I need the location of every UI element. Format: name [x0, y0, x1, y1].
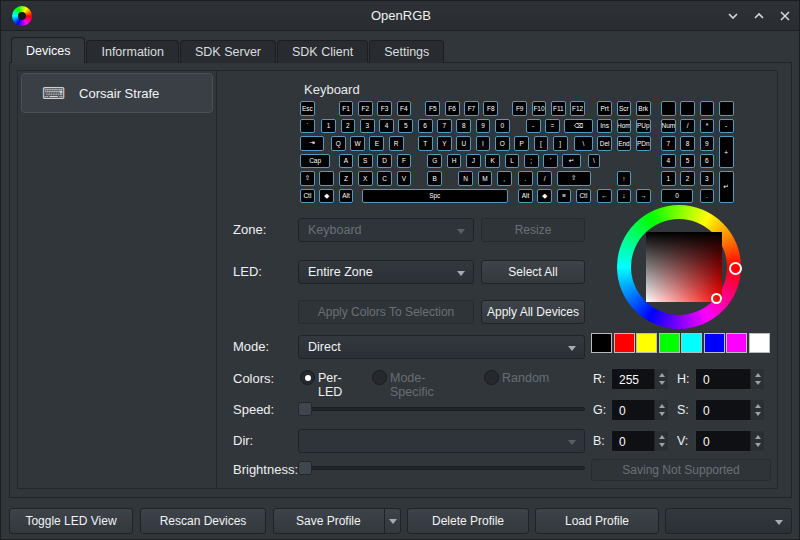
key-3[interactable]: 3 — [700, 171, 715, 186]
brightness-slider-handle[interactable] — [298, 461, 312, 475]
key-PUp[interactable]: PUp — [636, 119, 651, 134]
key-9[interactable]: 9 — [700, 136, 715, 151]
key-/[interactable]: / — [537, 171, 552, 186]
spinner-arrows[interactable] — [750, 400, 764, 420]
b-spinbox[interactable]: 0 — [611, 430, 669, 452]
delete-profile-button[interactable]: Delete Profile — [407, 508, 529, 534]
key-K[interactable]: K — [485, 154, 500, 169]
maximize-button[interactable] — [751, 8, 767, 24]
key-][interactable]: ] — [553, 136, 568, 151]
key-+[interactable]: + — [719, 136, 734, 168]
speed-slider-groove[interactable] — [298, 407, 585, 411]
key-Ins[interactable]: Ins — [597, 119, 612, 134]
key-1[interactable]: 1 — [321, 119, 336, 134]
color-swatch-ffff00[interactable] — [636, 333, 657, 353]
key-N[interactable]: N — [458, 171, 473, 186]
key-H[interactable]: H — [447, 154, 462, 169]
rescan-devices-button[interactable]: Rescan Devices — [140, 508, 266, 534]
save-profile-button[interactable]: Save Profile — [273, 508, 401, 534]
key-◆[interactable]: ◆ — [319, 189, 334, 204]
key-P[interactable]: P — [514, 136, 529, 151]
key-5[interactable]: 5 — [398, 119, 413, 134]
resize-button[interactable]: Resize — [481, 218, 585, 242]
spin-down-icon[interactable] — [659, 412, 665, 416]
key-2[interactable]: 2 — [341, 119, 356, 134]
tab-sdk-client[interactable]: SDK Client — [277, 40, 368, 63]
tab-sdk-server[interactable]: SDK Server — [180, 40, 276, 63]
key-O[interactable]: O — [495, 136, 510, 151]
toggle-led-view-button[interactable]: Toggle LED View — [9, 508, 133, 534]
key-⇧[interactable]: ⇧ — [557, 171, 591, 186]
key-X[interactable]: X — [358, 171, 373, 186]
key-⇧[interactable]: ⇧ — [300, 171, 315, 186]
saturation-value-square[interactable] — [646, 232, 722, 302]
key-\[interactable]: \ — [588, 154, 601, 169]
key-Scr[interactable]: Scr — [617, 101, 632, 116]
color-swatch-000000[interactable] — [591, 333, 612, 353]
key-R[interactable]: R — [389, 136, 404, 151]
spin-down-icon[interactable] — [755, 381, 761, 385]
apply-all-devices-button[interactable]: Apply All Devices — [481, 300, 585, 324]
key-I[interactable]: I — [476, 136, 491, 151]
spin-up-icon[interactable] — [659, 435, 665, 439]
key-↑[interactable]: ↑ — [617, 171, 632, 186]
device-item-corsair-strafe[interactable]: ⌨ Corsair Strafe — [21, 73, 213, 113]
key-T[interactable]: T — [418, 136, 433, 151]
zone-select[interactable]: Keyboard — [298, 218, 474, 242]
color-swatch-00ffff[interactable] — [681, 333, 702, 353]
tab-devices[interactable]: Devices — [11, 37, 85, 63]
spinner-arrows[interactable] — [750, 369, 764, 389]
close-button[interactable] — [777, 8, 793, 24]
key-;[interactable]: ; — [524, 154, 539, 169]
key-F[interactable]: F — [397, 154, 412, 169]
key-J[interactable]: J — [466, 154, 481, 169]
key-/[interactable]: / — [680, 119, 695, 134]
brightness-slider-groove[interactable] — [298, 466, 585, 470]
h-spinbox[interactable]: 0 — [695, 368, 765, 390]
key-F8[interactable]: F8 — [483, 101, 498, 116]
key-Spc[interactable]: Spc — [362, 189, 508, 204]
hue-selector[interactable] — [729, 262, 742, 275]
color-swatch-ffffff[interactable] — [749, 333, 770, 353]
key-↵[interactable]: ↵ — [719, 171, 734, 203]
key-V[interactable]: V — [397, 171, 412, 186]
key-L[interactable]: L — [505, 154, 520, 169]
key-blank[interactable] — [319, 171, 334, 186]
key-⌫[interactable]: ⌫ — [564, 119, 592, 134]
key-F5[interactable]: F5 — [425, 101, 440, 116]
key-Prt[interactable]: Prt — [597, 101, 612, 116]
spin-up-icon[interactable] — [755, 435, 761, 439]
key-`[interactable]: ` — [300, 119, 315, 134]
load-profile-button[interactable]: Load Profile — [535, 508, 659, 534]
spin-down-icon[interactable] — [755, 443, 761, 447]
brightness-slider[interactable] — [298, 460, 585, 476]
key-.[interactable]: . — [518, 171, 533, 186]
key-A[interactable]: A — [339, 154, 354, 169]
spin-down-icon[interactable] — [659, 443, 665, 447]
color-swatch-ff0000[interactable] — [614, 333, 635, 353]
select-all-button[interactable]: Select All — [481, 260, 585, 284]
key-*[interactable]: * — [700, 119, 715, 134]
key--[interactable]: - — [526, 119, 541, 134]
key-F3[interactable]: F3 — [377, 101, 392, 116]
color-swatch-ff00ff[interactable] — [726, 333, 747, 353]
key-Esc[interactable]: Esc — [300, 101, 315, 116]
key-[[interactable]: [ — [534, 136, 549, 151]
key-Num[interactable]: Num — [661, 119, 676, 134]
g-spinbox[interactable]: 0 — [611, 399, 669, 421]
key-U[interactable]: U — [456, 136, 471, 151]
key-.[interactable]: . — [700, 189, 715, 204]
key-→[interactable]: → — [636, 189, 651, 204]
spin-down-icon[interactable] — [659, 381, 665, 385]
key-Ctl[interactable]: Ctl — [300, 189, 315, 204]
spinner-arrows[interactable] — [654, 431, 668, 451]
key-0[interactable]: 0 — [495, 119, 510, 134]
key-◆[interactable]: ◆ — [537, 189, 552, 204]
key-Ctl[interactable]: Ctl — [576, 189, 591, 204]
apply-colors-to-selection-button[interactable]: Apply Colors To Selection — [298, 300, 474, 324]
key-Brk[interactable]: Brk — [636, 101, 651, 116]
key-1[interactable]: 1 — [661, 171, 676, 186]
key-C[interactable]: C — [377, 171, 392, 186]
led-select[interactable]: Entire Zone — [298, 260, 474, 284]
key-blank[interactable] — [680, 101, 695, 116]
